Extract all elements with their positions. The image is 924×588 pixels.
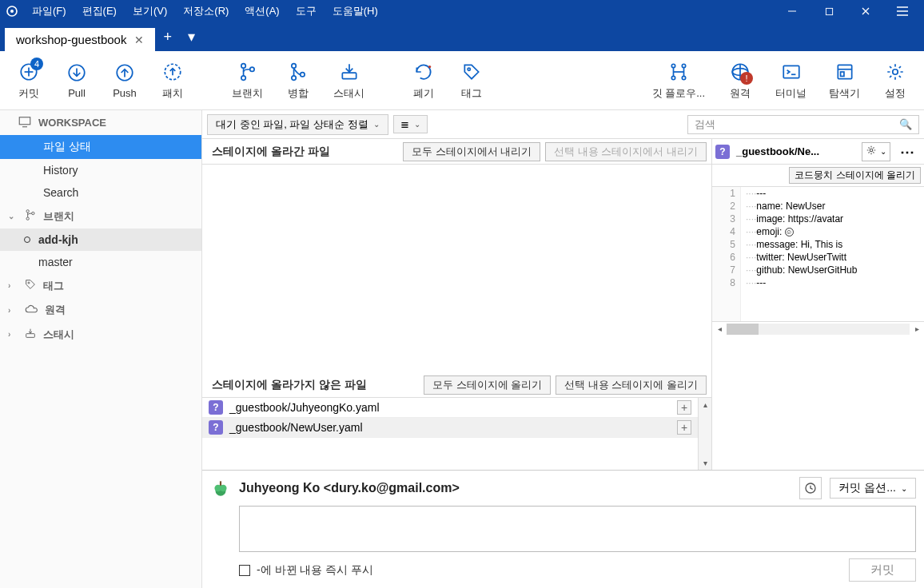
commit-button[interactable]: 4 커밋 (5, 56, 53, 105)
stage-selected-button[interactable]: 선택 내용 스테이지에 올리기 (556, 375, 707, 395)
files-column: 스테이지에 올라간 파일 모두 스테이지에서 내리기 선택 내용 스테이지에서 … (202, 139, 712, 470)
stage-hunk-button[interactable]: 코드뭉치 스테이지에 올리기 (789, 167, 921, 184)
patch-button[interactable]: 패치 (149, 56, 197, 105)
scroll-down-icon[interactable]: ▾ (699, 456, 712, 470)
more-actions-button[interactable]: ⋯ (894, 143, 921, 161)
list-icon: ≣ (400, 118, 409, 130)
tag-icon (460, 61, 483, 83)
diff-h-scrollbar[interactable]: ◂ ▸ (712, 321, 924, 336)
unknown-file-icon: ? (209, 400, 223, 415)
commit-history-button[interactable] (799, 477, 822, 499)
menu-help[interactable]: 도움말(H) (325, 1, 386, 22)
scroll-up-icon[interactable]: ▴ (699, 398, 712, 411)
remote-button[interactable]: ! 원격 (716, 56, 764, 105)
window-close-button[interactable] (847, 0, 884, 22)
commit-author: Juhyeong Ko <dury.ko@gmail.com> (239, 481, 791, 495)
commit-header: Juhyeong Ko <dury.ko@gmail.com> 커밋 옵션...… (210, 477, 916, 499)
view-mode-dropdown[interactable]: ≣⌄ (393, 115, 428, 133)
unstaged-file-row[interactable]: ? _guestbook/NewUser.yaml + (202, 418, 698, 438)
tag-button[interactable]: 태그 (448, 56, 496, 105)
terminal-button[interactable]: 터미널 (764, 56, 818, 105)
current-branch-icon (24, 236, 30, 243)
commit-icon: 4 (18, 61, 40, 83)
new-tab-button[interactable]: + (155, 22, 180, 51)
menu-file[interactable]: 파일(F) (24, 1, 74, 22)
patch-icon (161, 61, 184, 83)
push-immediately-checkbox[interactable] (239, 565, 250, 576)
unstage-all-button[interactable]: 모두 스테이지에서 내리기 (403, 142, 540, 161)
chevron-down-icon: ⌄ (414, 120, 420, 129)
gear-icon (884, 61, 906, 83)
hamburger-icon[interactable] (884, 0, 921, 22)
pending-sort-dropdown[interactable]: 대기 중인 파일, 파일 상태순 정렬⌄ (207, 114, 388, 135)
hunk-header: 코드뭉치 스테이지에 올리기 (712, 165, 924, 187)
sidebar-item-search[interactable]: Search (0, 181, 201, 204)
stage-all-button[interactable]: 모두 스테이지에 올리기 (424, 375, 551, 395)
branches-header[interactable]: ⌄ 브랜치 (0, 204, 201, 228)
menu-view[interactable]: 보기(V) (125, 1, 175, 22)
menu-tools[interactable]: 도구 (288, 1, 325, 22)
author-avatar-icon (210, 478, 231, 499)
window-maximize-button[interactable] (810, 0, 847, 22)
diff-view[interactable]: 12345678 ····--- ····name: NewUser ····i… (712, 187, 924, 321)
unstaged-file-list: ? _guestbook/JuhyeongKo.yaml + ? _guestb… (202, 398, 698, 470)
workspace-header[interactable]: WORKSPACE (0, 110, 201, 135)
app-logo-icon (0, 5, 24, 18)
branch-item-add-kjh[interactable]: add-kjh (0, 228, 201, 251)
tags-header[interactable]: › 태그 (0, 273, 201, 298)
monitor-icon (18, 115, 32, 130)
cloud-icon (24, 304, 38, 317)
chevron-right-icon: › (8, 306, 18, 315)
unknown-file-icon: ? (715, 145, 730, 159)
svg-point-22 (292, 75, 296, 79)
window-minimize-button[interactable] (774, 0, 810, 22)
tabbar: workshop-guestbook ✕ + ▾ (0, 22, 924, 51)
stash-button[interactable]: 스태시 (322, 56, 376, 105)
svg-rect-24 (342, 73, 356, 79)
pending-files-bar: 대기 중인 파일, 파일 상태순 정렬⌄ ≣⌄ 검색 🔍 (202, 110, 924, 139)
gitflow-button[interactable]: 깃 플로우... (641, 56, 716, 105)
stashes-header[interactable]: › 스태시 (0, 322, 201, 347)
scrollbar-thumb[interactable] (727, 324, 759, 335)
gitflow-icon (667, 61, 690, 83)
search-input[interactable]: 검색 🔍 (687, 115, 919, 134)
pull-button[interactable]: Pull (53, 57, 101, 104)
diff-options-button[interactable]: ⌄ (862, 142, 890, 161)
sidebar-item-history[interactable]: History (0, 159, 201, 181)
settings-button[interactable]: 설정 (871, 56, 919, 105)
menu-action[interactable]: 액션(A) (237, 1, 287, 22)
discard-button[interactable]: 폐기 (400, 56, 448, 105)
commit-message-input[interactable] (239, 506, 916, 552)
chevron-right-icon: › (8, 330, 18, 339)
commit-submit-button[interactable]: 커밋 (849, 558, 916, 582)
tab-menu-caret-icon[interactable]: ▾ (180, 22, 203, 51)
svg-point-30 (682, 64, 685, 67)
scroll-right-icon[interactable]: ▸ (910, 324, 924, 333)
unstaged-scrollbar[interactable]: ▴ ▾ (698, 398, 711, 470)
scroll-left-icon[interactable]: ◂ (712, 324, 727, 333)
push-button[interactable]: Push (101, 57, 149, 104)
unstaged-file-row[interactable]: ? _guestbook/JuhyeongKo.yaml + (202, 398, 698, 418)
chevron-down-icon: ⌄ (373, 120, 380, 129)
branch-icon (237, 61, 259, 83)
repo-tab[interactable]: workshop-guestbook ✕ (5, 28, 155, 51)
commit-options-dropdown[interactable]: 커밋 옵션...⌄ (830, 478, 916, 499)
discard-icon (412, 61, 435, 83)
close-tab-icon[interactable]: ✕ (134, 34, 144, 46)
commit-panel: Juhyeong Ko <dury.ko@gmail.com> 커밋 옵션...… (202, 470, 924, 588)
stage-file-button[interactable]: + (677, 400, 691, 415)
explorer-button[interactable]: 탐색기 (818, 56, 871, 105)
merge-icon (287, 61, 309, 83)
sidebar-item-file-status[interactable]: 파일 상태 (0, 135, 201, 159)
merge-button[interactable]: 병합 (274, 56, 322, 105)
branch-button[interactable]: 브랜치 (221, 56, 274, 105)
menu-edit[interactable]: 편집(E) (74, 1, 125, 22)
svg-point-43 (26, 210, 29, 213)
stage-file-button[interactable]: + (677, 420, 691, 435)
menu-repo[interactable]: 저장소(R) (175, 1, 237, 22)
remote-alert-icon: ! (740, 72, 753, 85)
branch-item-master[interactable]: master (0, 251, 201, 273)
remotes-header[interactable]: › 원격 (0, 298, 201, 322)
svg-point-53 (220, 485, 227, 492)
unstage-selected-button[interactable]: 선택 내용 스테이지에서 내리기 (545, 142, 707, 161)
